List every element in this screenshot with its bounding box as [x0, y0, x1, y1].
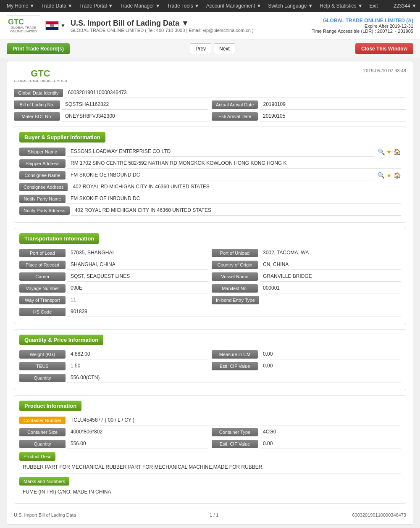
vessel-name-field: Vessel Name GRANVILLE BRIDGE [212, 272, 401, 282]
us-flag-icon: 🇺🇸 [45, 21, 59, 30]
card-header: GTC GLOBAL TRADE ONLINE LIMITED 2019-05-… [14, 68, 406, 83]
esti-arrival-field: Esti Arrival Date 20190105 [212, 111, 406, 121]
container-number-label: Container Number [19, 417, 66, 424]
notify-party-name-value: FM SKOKIE OE INBOUND DC [67, 194, 401, 204]
carrier-value: SQST, SEAQUEST LINES [67, 272, 208, 282]
page-header: GTC GLOBAL TRADE ONLINE LIMITED 🇺🇸 ▼ U.S… [0, 12, 420, 40]
vessel-name-label: Vessel Name [212, 272, 258, 281]
company-name: GLOBAL TRADE ONLINE LIMITED (A) [312, 18, 413, 24]
quantity-row: Quantity 556.00(CTN) [19, 373, 401, 383]
bol-row: Bill of Lading No. SQSTSHA1162822 Actual… [14, 100, 406, 110]
shipper-name-row: Shipper Name ESSONS LOADWAY ENTERPRISE C… [19, 147, 401, 157]
shipper-name-icons: 🔍 ★ 🏠 [378, 148, 401, 155]
close-area: Close This Window [355, 43, 413, 54]
actual-arrival-label: Actual Arrival Date [212, 100, 258, 109]
hs-code-value: 901839 [67, 307, 401, 317]
nav-trade-portal[interactable]: Trade Portal▼ [76, 0, 116, 12]
shipper-search-icon[interactable]: 🔍 [378, 148, 385, 155]
container-type-field: Container Type 4CG0 [212, 427, 401, 437]
actual-arrival-value: 20190109 [260, 100, 406, 110]
contact-info: GLOBAL TRADE ONLINE LIMITED ( Tel: 400-7… [71, 28, 312, 33]
bol-no-value: SQSTSHA1162822 [62, 100, 208, 110]
container-size-field: Container Size 4000*806*802 [19, 427, 208, 437]
consignee-search-icon[interactable]: 🔍 [378, 172, 385, 179]
card-footer-center: 1 / 1 [210, 512, 218, 517]
transportation-section: Transportation Information Port of Load … [14, 228, 406, 324]
country-of-origin-label: Country of Origin [212, 261, 258, 269]
way-of-transport-field: Way of Transport 11 [19, 295, 208, 305]
voyage-number-value: 090E [67, 283, 208, 293]
notify-party-name-row: Notify Party Name FM SKOKIE OE INBOUND D… [19, 194, 401, 204]
carrier-label: Carrier [19, 272, 66, 281]
flag-area[interactable]: 🇺🇸 ▼ [45, 21, 66, 30]
bol-no-label: Bill of Lading No. [14, 100, 60, 109]
print-button[interactable]: Print Trade Record(s) [7, 43, 70, 54]
logo-area: GTC GLOBAL TRADE ONLINE LIMITED [7, 15, 40, 36]
prev-button[interactable]: Prev [190, 43, 211, 54]
weight-label: Weight (KG) [19, 350, 66, 359]
consignee-address-label: Consignee Address [19, 183, 68, 191]
prod-quantity-cif-row: Quantity 556.00 Esti. CIF Value 0.00 [19, 439, 401, 449]
shipper-address-row: Shipper Address RM 1702 SINO CENTRE 582-… [19, 158, 401, 169]
way-of-transport-label: Way of Transport [19, 296, 66, 304]
actual-arrival-field: Actual Arrival Date 20190109 [212, 100, 406, 110]
prod-quantity-field: Quantity 556.00 [19, 439, 208, 449]
card-footer: U.S. Import Bill of Lading Data 1 / 1 60… [14, 509, 406, 517]
nav-trade-tools[interactable]: Trade Tools▼ [164, 0, 203, 12]
consignee-name-icons: 🔍 ★ 🏠 [378, 172, 401, 179]
port-of-unload-field: Port of Unload 3002, TACOMA, WA [212, 248, 401, 258]
product-desc-area: Product Desc [19, 452, 401, 461]
nav-buttons: Prev Next [73, 43, 352, 54]
teus-field: TEUS 1.50 [19, 361, 208, 371]
place-of-receipt-field: Place of Receipt SHANGHAI, CHINA [19, 260, 208, 270]
quantity-price-section: Quantity & Price Information Weight (KG)… [14, 329, 406, 390]
manifest-no-field: Manifest No. 000001 [212, 283, 401, 293]
weight-measure-row: Weight (KG) 4,882.00 Measure in CM 0.00 [19, 349, 401, 359]
marks-numbers-label[interactable]: Marks and Numbers [19, 477, 69, 486]
notify-party-name-label: Notify Party Name [19, 195, 66, 203]
next-button[interactable]: Next [214, 43, 235, 54]
main-content: GTC GLOBAL TRADE ONLINE LIMITED 2019-05-… [0, 58, 420, 528]
esti-cif-value-field: Esti. CIF Value 0.00 [212, 361, 401, 371]
consignee-star-icon[interactable]: ★ [386, 172, 392, 179]
port-of-load-value: 57035, SHANGHAI [67, 248, 208, 258]
nav-my-home[interactable]: My Home▼ [3, 0, 38, 12]
esti-arrival-label: Esti Arrival Date [212, 112, 258, 121]
product-desc-label[interactable]: Product Desc [19, 452, 55, 461]
shipper-address-label: Shipper Address [19, 159, 66, 168]
port-row: Port of Load 57035, SHANGHAI Port of Unl… [19, 248, 401, 258]
record-card: GTC GLOBAL TRADE ONLINE LIMITED 2019-05-… [7, 61, 413, 525]
nav-switch-language[interactable]: Switch Language▼ [265, 0, 316, 12]
product-desc-value: RUBBER PART FOR MECHANICAL RUBBER PART F… [19, 462, 401, 474]
quantity-label: Quantity [19, 374, 66, 382]
flag-dropdown-icon[interactable]: ▼ [60, 23, 66, 29]
in-bond-entry-type-field: In-bond Entry Type [212, 295, 401, 305]
master-bol-label: Mater BOL No. [14, 112, 60, 121]
page-title: U.S. Import Bill of Lading Data ▼ [71, 19, 312, 28]
nav-trade-manager[interactable]: Trade Manager▼ [116, 0, 164, 12]
container-number-value: TCLU4545877 ( 00 / L / CY ) [67, 415, 401, 425]
nav-exit[interactable]: Exit [366, 0, 381, 12]
prod-esti-cif-field: Esti. CIF Value 0.00 [212, 439, 401, 449]
account-number: 223344 ▼ [394, 3, 417, 9]
nav-trade-data[interactable]: Trade Data▼ [38, 0, 76, 12]
teus-label: TEUS [19, 362, 66, 370]
bol-no-field: Bill of Lading No. SQSTSHA1162822 [14, 100, 208, 110]
shipper-name-value: ESSONS LOADWAY ENTERPRISE CO LTD [67, 147, 374, 157]
quantity-price-header: Quantity & Price Information [19, 335, 103, 345]
measure-in-cm-value: 0.00 [260, 349, 401, 359]
nav-help-statistics[interactable]: Help & Statistics▼ [316, 0, 366, 12]
notify-party-address-label: Notify Party Address [19, 206, 70, 215]
container-number-row: Container Number TCLU4545877 ( 00 / L / … [19, 415, 401, 425]
container-type-label: Container Type [212, 428, 258, 436]
close-button[interactable]: Close This Window [355, 43, 413, 54]
card-footer-right: 600320190110000346473 [352, 512, 406, 517]
shipper-home-icon[interactable]: 🏠 [394, 148, 401, 155]
shipper-star-icon[interactable]: ★ [386, 148, 392, 155]
nav-account-management[interactable]: Account Management▼ [203, 0, 265, 12]
prod-quantity-label: Quantity [19, 440, 66, 448]
buyer-supplier-header: Buyer & Supplier Information [19, 132, 105, 143]
top-toolbar: Print Trade Record(s) Prev Next Close Th… [0, 40, 420, 58]
consignee-home-icon[interactable]: 🏠 [394, 172, 401, 179]
hs-code-row: HS Code 901839 [19, 307, 401, 317]
